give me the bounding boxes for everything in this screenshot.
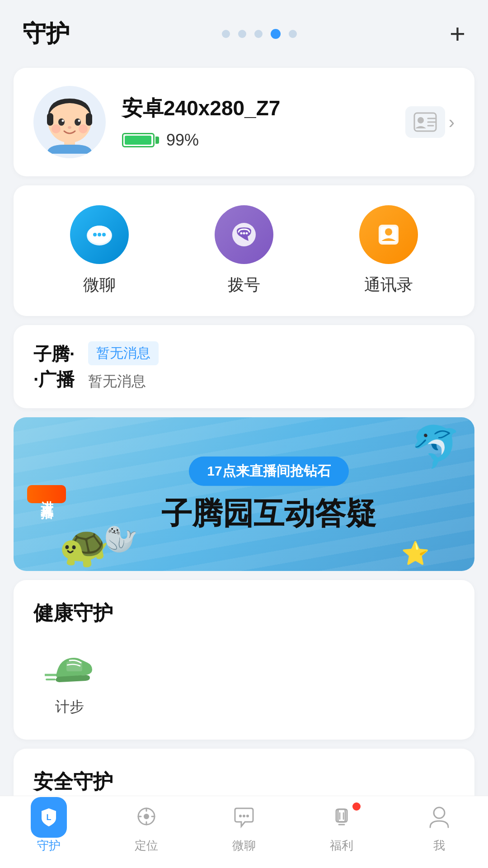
nav-guard-active-bg: L xyxy=(31,797,67,838)
health-title: 健康守护 xyxy=(33,600,455,627)
battery-tip xyxy=(155,137,159,144)
nav-item-guard[interactable]: L 守护 xyxy=(31,802,67,854)
svg-point-7 xyxy=(52,124,61,133)
pedometer-icon-box xyxy=(42,645,97,690)
banner-turtle-icon: 🐢 xyxy=(59,526,109,566)
broadcast-title: 子腾· ·广播 xyxy=(33,341,75,392)
nav-welfare-icon-wrap xyxy=(324,802,360,833)
svg-point-8 xyxy=(79,124,88,133)
chat-icon xyxy=(231,805,257,830)
svg-rect-42 xyxy=(338,809,345,822)
svg-point-33 xyxy=(144,814,149,819)
contact-button[interactable] xyxy=(405,106,445,138)
profile-action[interactable]: › xyxy=(405,106,455,138)
nav-guard-label: 守护 xyxy=(37,838,61,854)
pedometer-item[interactable]: 计步 xyxy=(33,645,106,717)
svg-rect-2 xyxy=(86,113,92,126)
bottom-nav: L 守护 定位 微 xyxy=(0,796,488,868)
action-wechat[interactable]: 微聊 xyxy=(70,205,129,296)
banner-content: 17点来直播间抢钻石 子腾园互动答疑 xyxy=(77,457,461,532)
quick-actions-card: 微聊 拨号 通讯录 xyxy=(14,185,474,316)
banner-seal-icon: 🦭 xyxy=(104,526,138,553)
welfare-icon xyxy=(329,805,354,830)
profile-card: 安卓240x280_Z7 99% › xyxy=(14,68,474,176)
banner-star-icon: ⭐ xyxy=(401,540,429,566)
nav-item-location[interactable]: 定位 xyxy=(128,802,164,854)
nav-location-label: 定位 xyxy=(135,838,158,854)
page-title: 守护 xyxy=(23,18,70,50)
action-dialpad[interactable]: 拨号 xyxy=(215,205,273,296)
banner-live-button[interactable]: 进入直播 xyxy=(27,485,66,503)
dialpad-icon xyxy=(228,218,260,251)
svg-point-38 xyxy=(239,815,242,817)
add-button[interactable]: + xyxy=(450,20,465,47)
broadcast-inner: 子腾· ·广播 暂无消息 暂无消息 xyxy=(33,341,455,392)
battery-row: 99% xyxy=(122,131,389,150)
broadcast-card: 子腾· ·广播 暂无消息 暂无消息 xyxy=(14,325,474,408)
banner-main-title: 子腾园互动答疑 xyxy=(161,495,376,532)
nav-chat-icon-wrap xyxy=(226,802,262,833)
banner-card[interactable]: 进入直播 17点来直播间抢钻石 子腾园互动答疑 🐢 🦭 🐬 ⭐ xyxy=(14,417,474,571)
action-wechat-label: 微聊 xyxy=(83,274,116,296)
nav-chat-label: 微聊 xyxy=(232,838,256,854)
svg-rect-1 xyxy=(47,113,53,126)
dot-3 xyxy=(254,30,263,38)
battery-body xyxy=(122,133,155,147)
broadcast-title-block: 子腾· ·广播 xyxy=(33,341,75,392)
location-icon xyxy=(134,805,159,830)
me-icon xyxy=(427,805,452,830)
safety-title: 安全守护 xyxy=(33,769,455,795)
pedometer-label: 计步 xyxy=(55,697,84,717)
nav-location-icon-wrap xyxy=(128,802,164,833)
health-section: 健康守护 计步 xyxy=(14,580,474,740)
action-dialpad-label: 拨号 xyxy=(228,274,260,296)
nav-item-chat[interactable]: 微聊 xyxy=(226,802,262,854)
svg-point-20 xyxy=(102,233,106,236)
dot-2 xyxy=(238,30,246,38)
avatar-image xyxy=(38,90,101,154)
dot-5 xyxy=(289,30,297,38)
profile-name: 安卓240x280_Z7 xyxy=(122,94,389,123)
broadcast-badge: 暂无消息 xyxy=(88,341,159,365)
svg-point-24 xyxy=(246,232,248,235)
dialpad-icon-bg xyxy=(215,205,273,264)
chevron-right-icon[interactable]: › xyxy=(449,112,455,132)
nav-item-me[interactable]: 我 xyxy=(421,802,457,854)
svg-point-47 xyxy=(434,807,445,818)
broadcast-message: 暂无消息 xyxy=(88,372,455,392)
guard-icon: L xyxy=(38,807,60,828)
svg-point-4 xyxy=(75,118,81,126)
battery-icon xyxy=(122,133,159,147)
svg-point-6 xyxy=(78,120,80,122)
nav-guard-icon-wrap: L xyxy=(31,802,67,833)
wechat-icon-bg xyxy=(70,205,129,264)
health-items: 计步 xyxy=(33,645,455,726)
battery-fill xyxy=(125,136,151,145)
welfare-badge xyxy=(352,802,361,811)
svg-point-39 xyxy=(243,815,245,817)
pedometer-icon xyxy=(45,647,94,688)
wechat-icon xyxy=(83,218,116,251)
nav-item-welfare[interactable]: 福利 xyxy=(324,802,360,854)
broadcast-messages: 暂无消息 暂无消息 xyxy=(88,341,455,392)
battery-percent: 99% xyxy=(166,131,199,150)
page-indicator xyxy=(222,29,297,39)
avatar xyxy=(33,86,106,158)
profile-info: 安卓240x280_Z7 99% xyxy=(122,94,389,150)
svg-point-9 xyxy=(68,126,71,129)
svg-point-5 xyxy=(62,120,64,122)
svg-rect-30 xyxy=(66,661,82,671)
svg-point-23 xyxy=(243,232,245,235)
header: 守护 + xyxy=(0,0,488,59)
svg-point-22 xyxy=(240,232,243,235)
action-contacts[interactable]: 通讯录 xyxy=(359,205,418,296)
dot-4-active xyxy=(271,29,281,39)
nav-me-icon-wrap xyxy=(421,802,457,833)
svg-point-27 xyxy=(385,228,392,236)
banner-subtitle: 17点来直播间抢钻石 xyxy=(189,457,348,486)
action-contacts-label: 通讯录 xyxy=(364,274,413,296)
svg-point-18 xyxy=(93,233,97,236)
svg-point-19 xyxy=(98,233,101,236)
contact-card-icon xyxy=(413,112,437,132)
banner-dolphin-icon: 🐬 xyxy=(410,426,461,467)
